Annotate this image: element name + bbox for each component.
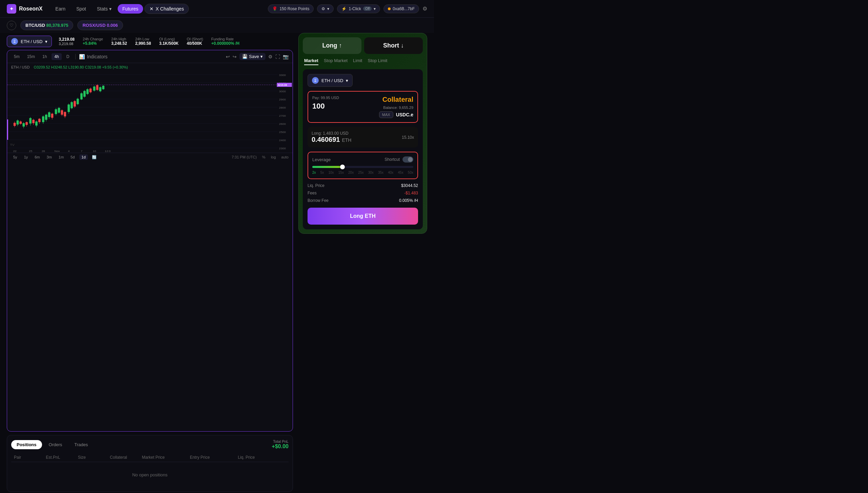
svg-rect-52 bbox=[58, 108, 60, 113]
nav-earn[interactable]: Earn bbox=[51, 4, 70, 14]
svg-rect-34 bbox=[29, 118, 32, 124]
svg-rect-36 bbox=[32, 120, 35, 123]
range-1y[interactable]: 1y bbox=[22, 154, 30, 160]
svg-rect-28 bbox=[20, 121, 22, 124]
svg-rect-72 bbox=[90, 89, 92, 92]
toggle-dot bbox=[408, 157, 413, 162]
tab-orders[interactable]: Orders bbox=[43, 440, 68, 449]
svg-rect-24 bbox=[14, 123, 16, 126]
svg-text:2800: 2800 bbox=[279, 106, 286, 109]
chevron-down-icon: ▾ bbox=[260, 54, 263, 59]
chart-toolbar: 5m 15m 1h 4h D 📊 Indicators ↩ ↪ 💾 Save ▾… bbox=[7, 50, 293, 63]
position-output-row: Long: 1,483.00 USD 0.460691 ETH 15.10x bbox=[312, 131, 414, 144]
positions-header: Positions Orders Trades Total PnL +$0.00 bbox=[11, 439, 289, 450]
chart-header: Ξ ETH / USD ▾ 3,219.08 3,219.08 24h Chan… bbox=[7, 33, 293, 50]
time-D[interactable]: D bbox=[64, 53, 72, 60]
rose-points-badge[interactable]: 🌹 150 Rose Points bbox=[268, 4, 314, 13]
nav-spot[interactable]: Spot bbox=[72, 4, 91, 14]
short-button[interactable]: Short ↓ bbox=[364, 37, 423, 54]
chart-type-icon[interactable]: 📊 bbox=[79, 54, 85, 59]
nav-stats[interactable]: Stats ▾ bbox=[92, 4, 116, 14]
range-1m[interactable]: 1m bbox=[57, 154, 66, 160]
settings-icon[interactable]: ⚙ bbox=[422, 5, 427, 12]
range-1d[interactable]: 1d bbox=[79, 154, 87, 160]
btc-usd-ticker[interactable]: BTC/USD 80,378.975 bbox=[20, 20, 73, 30]
tab-stop-market[interactable]: Stop Market bbox=[324, 58, 348, 65]
leverage-display: 15.10x bbox=[402, 135, 414, 140]
oi-long-stat: OI (Long) 3.1K/500K bbox=[159, 37, 178, 46]
svg-rect-66 bbox=[80, 93, 83, 99]
chevron-down-icon: ▾ bbox=[45, 39, 47, 44]
chart-area: Ξ ETH / USD ▾ 3,219.08 3,219.08 24h Chan… bbox=[7, 33, 293, 492]
svg-text:Nov: Nov bbox=[55, 149, 60, 152]
oi-short-stat: OI (Short) 40/500K bbox=[187, 37, 203, 46]
svg-text:22: 22 bbox=[13, 149, 17, 152]
nav-xchallenges[interactable]: ✕ X Challenges bbox=[144, 4, 189, 14]
svg-rect-76 bbox=[96, 85, 99, 90]
rosx-usd-ticker[interactable]: ROSX/USD 0.006 bbox=[77, 20, 123, 30]
shortcut-toggle[interactable] bbox=[402, 156, 413, 163]
leverage-slider-fill bbox=[312, 166, 342, 168]
svg-text:2300: 2300 bbox=[279, 147, 286, 150]
pay-input[interactable] bbox=[312, 102, 346, 111]
svg-text:4: 4 bbox=[68, 149, 70, 152]
time-4h[interactable]: 4h bbox=[52, 53, 61, 60]
pair-selector[interactable]: Ξ ETH / USD ▾ bbox=[7, 36, 52, 47]
screenshot-icon[interactable]: 📷 bbox=[283, 54, 289, 59]
trading-pair-select[interactable]: Ξ ETH / USD ▾ bbox=[308, 74, 353, 87]
leverage-ticks: 2x 5x 10x 15x 20x 25x 30x 35x 40x 45x 50… bbox=[312, 171, 413, 174]
tab-market[interactable]: Market bbox=[304, 58, 318, 65]
eth-icon: Ξ bbox=[312, 77, 319, 84]
pay-input-container: Pay: 99.95 USD Collateral Balance: 9,655… bbox=[308, 91, 418, 123]
funding-stat: Funding Rate +0.000000% /H bbox=[211, 37, 239, 46]
save-btn[interactable]: 💾 Save ▾ bbox=[239, 53, 265, 60]
long-button[interactable]: Long ↑ bbox=[303, 37, 361, 54]
range-5y[interactable]: 5y bbox=[11, 154, 19, 160]
divider bbox=[75, 54, 76, 59]
range-icon[interactable]: 🔄 bbox=[92, 155, 97, 159]
wallet-badge[interactable]: 0xa6B...7bF bbox=[383, 4, 419, 13]
range-6m[interactable]: 6m bbox=[33, 154, 42, 160]
svg-text:2900: 2900 bbox=[279, 98, 286, 101]
svg-rect-60 bbox=[71, 102, 73, 108]
chart-container: 5m 15m 1h 4h D 📊 Indicators ↩ ↪ 💾 Save ▾… bbox=[7, 50, 293, 432]
svg-text:25: 25 bbox=[29, 149, 32, 152]
one-click-icon: ⚡ bbox=[341, 6, 347, 11]
logo[interactable]: ✦ RoseonX bbox=[7, 4, 42, 14]
side-indicator bbox=[7, 119, 8, 140]
long-eth-button[interactable]: Long ETH bbox=[308, 208, 418, 225]
positions-table-header: Pair Est.PnL Size Collateral Market Pric… bbox=[11, 453, 289, 462]
tab-limit[interactable]: Limit bbox=[353, 58, 362, 65]
time-15m[interactable]: 15m bbox=[24, 53, 38, 60]
tab-trades[interactable]: Trades bbox=[69, 440, 93, 449]
undo-icon[interactable]: ↩ bbox=[226, 54, 230, 59]
favorite-button[interactable]: ♡ bbox=[7, 21, 16, 30]
svg-text:2600: 2600 bbox=[279, 122, 286, 125]
settings-icon[interactable]: ⚙ bbox=[268, 54, 273, 59]
svg-text:10: 10 bbox=[93, 149, 96, 152]
nav-futures[interactable]: Futures bbox=[118, 4, 143, 14]
svg-rect-54 bbox=[61, 110, 63, 115]
svg-text:12:0: 12:0 bbox=[105, 149, 111, 152]
settings-gear-badge[interactable]: ⚙ ▾ bbox=[317, 4, 334, 13]
svg-rect-74 bbox=[93, 87, 96, 91]
range-5d[interactable]: 5d bbox=[68, 154, 77, 160]
trading-form: Ξ ETH / USD ▾ Pay: 99.95 USD bbox=[303, 69, 423, 229]
indicators-btn[interactable]: Indicators bbox=[87, 54, 107, 59]
redo-icon[interactable]: ↪ bbox=[233, 54, 237, 59]
leverage-slider-track[interactable] bbox=[312, 166, 413, 168]
fullscreen-icon[interactable]: ⛶ bbox=[275, 54, 280, 59]
time-5m[interactable]: 5m bbox=[11, 53, 22, 60]
tab-positions[interactable]: Positions bbox=[11, 440, 42, 449]
empty-positions: No open positions bbox=[11, 462, 289, 488]
svg-rect-38 bbox=[35, 121, 38, 126]
one-click-badge[interactable]: ⚡ 1-Click Off ▾ bbox=[337, 4, 380, 13]
leverage-section: Leverage Shortcut 2x bbox=[308, 152, 418, 179]
svg-text:3219.08: 3219.08 bbox=[278, 83, 287, 87]
time-1h[interactable]: 1h bbox=[40, 53, 50, 60]
range-3m[interactable]: 3m bbox=[45, 154, 54, 160]
tab-stop-limit[interactable]: Stop Limit bbox=[368, 58, 387, 65]
svg-text:TV: TV bbox=[10, 143, 15, 146]
chevron-down-icon: ▾ bbox=[109, 6, 112, 12]
max-button[interactable]: MAX bbox=[379, 111, 393, 118]
